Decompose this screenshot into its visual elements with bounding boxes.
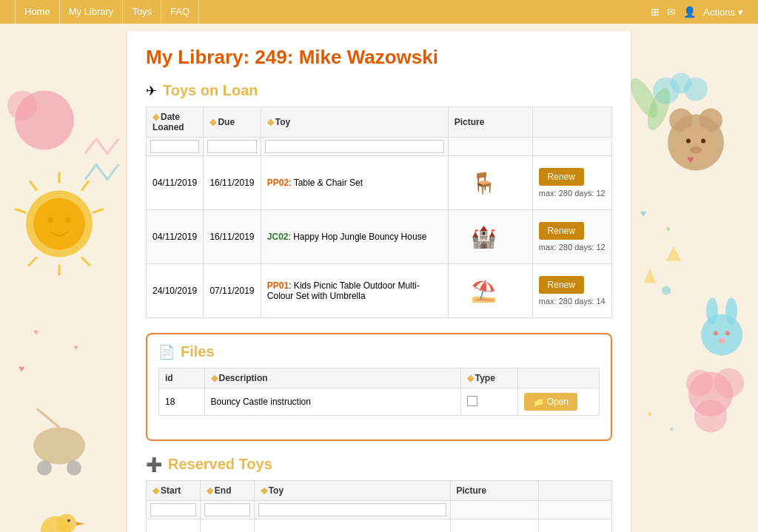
toy-link-2[interactable]: JC02	[267, 232, 289, 242]
navbar: Home My Library Toys FAQ ⊞ ✉ 👤 Actions ▾	[0, 0, 758, 24]
actions-chevron-icon: ▾	[738, 7, 743, 18]
toy-image-3: ⛱️	[448, 264, 532, 318]
files-section: 📄 Files id ◆Description ◆Type	[146, 333, 612, 441]
files-table: id ◆Description ◆Type 18 Bounc	[158, 368, 600, 416]
due-3: 07/11/2019	[204, 264, 261, 318]
nav-faq[interactable]: FAQ	[161, 0, 199, 24]
actions-button[interactable]: Actions ▾	[703, 7, 743, 18]
reserved-toy-1: PP01: Bestway splash zone mega water par…	[254, 519, 450, 533]
toy-2: JC02: Happy Hop Jungle Bouncy House	[261, 210, 448, 264]
date-loaned-3: 24/10/2019	[147, 264, 204, 318]
renew-cell-2: Renew max: 280 days: 12	[532, 210, 611, 264]
reserved-end-1: 21-01-2020	[200, 519, 254, 533]
renew-button-3[interactable]: Renew	[539, 276, 584, 294]
col-header-picture: Picture	[448, 107, 532, 138]
toys-on-loan-section-header: ✈ Toys on Loan	[146, 82, 612, 99]
actions-label: Actions	[703, 7, 735, 18]
date-loaned-1: 04/11/2019	[147, 156, 204, 210]
filter-toy[interactable]	[265, 140, 444, 153]
file-type-1	[460, 388, 517, 416]
col-header-picture-reserved: Picture	[450, 481, 538, 501]
files-section-header: 📄 Files	[158, 343, 600, 360]
reserved-toys-icon: ➕	[146, 457, 162, 473]
main-wrapper: My Library: 249: Mike Wazowski ✈ Toys on…	[0, 24, 758, 532]
max-days-1: max: 280 days: 12	[539, 189, 606, 198]
file-open-cell-1: 📁 Open	[517, 388, 599, 416]
toy-3: PP01: Kids Picnic Table Outdoor Multi-Co…	[261, 264, 448, 318]
toy-image-2: 🏰	[448, 210, 532, 264]
col-header-due[interactable]: ◆Due	[204, 107, 261, 138]
files-icon: 📄	[158, 344, 175, 360]
user-icon: 👤	[683, 6, 696, 18]
reserved-toys-table: ◆Start ◆End ◆Toy Picture	[146, 480, 612, 532]
table-row: 04/11/2019 16/11/2019 PP02: Table & Chai…	[147, 156, 612, 210]
col-header-description[interactable]: ◆Description	[204, 368, 460, 388]
col-header-id[interactable]: id	[159, 368, 205, 388]
toy-1: PP02: Table & Chair Set	[261, 156, 448, 210]
page-title: My Library: 249: Mike Wazowski	[146, 46, 612, 69]
col-header-toy[interactable]: ◆Toy	[261, 107, 448, 138]
filter-toy-reserved[interactable]	[258, 503, 446, 516]
date-loaned-2: 04/11/2019	[147, 210, 204, 264]
max-days-3: max: 280 days: 14	[539, 297, 606, 306]
toy-link-3[interactable]: PP01	[267, 280, 289, 291]
table-row: 24/10/2019 07/11/2019 PP01: Kids Picnic …	[147, 264, 612, 318]
table-row: 07-01-2020 21-01-2020 PP01: Bestway spla…	[147, 519, 612, 533]
col-header-start[interactable]: ◆Start	[147, 481, 201, 501]
reserved-toys-section: ➕ Reserved Toys ◆Start ◆End ◆Toy	[146, 456, 612, 532]
filter-due[interactable]	[207, 140, 256, 153]
col-header-end[interactable]: ◆End	[200, 481, 254, 501]
nav-home[interactable]: Home	[15, 0, 60, 24]
toy-link-1[interactable]: PP02	[267, 178, 289, 188]
nav-right: ⊞ ✉ 👤 Actions ▾	[651, 6, 743, 18]
toy-image-1: 🪑	[448, 156, 532, 210]
file-description-1: Bouncy Castle instruction	[204, 388, 460, 416]
folder-icon: 📁	[533, 397, 544, 407]
max-days-2: max: 280 days: 12	[539, 243, 606, 252]
content-panel: My Library: 249: Mike Wazowski ✈ Toys on…	[127, 31, 631, 532]
open-button-1[interactable]: 📁 Open	[524, 393, 577, 411]
reserved-start-1: 07-01-2020	[147, 519, 201, 533]
filter-date-loaned[interactable]	[150, 140, 199, 153]
col-header-type[interactable]: ◆Type	[460, 368, 517, 388]
due-2: 16/11/2019	[204, 210, 261, 264]
reserved-toy-image-1: 💦	[450, 519, 538, 533]
col-header-date-loaned[interactable]: ◆Date Loaned	[147, 107, 204, 138]
col-header-open	[517, 368, 599, 388]
table-row: 18 Bouncy Castle instruction 📁 Open	[159, 388, 600, 416]
col-header-delete	[538, 481, 611, 501]
renew-cell-3: Renew max: 280 days: 14	[532, 264, 611, 318]
renew-button-1[interactable]: Renew	[539, 168, 584, 186]
nav-my-library[interactable]: My Library	[60, 0, 124, 24]
renew-button-2[interactable]: Renew	[539, 222, 584, 240]
reserved-toys-title: Reserved Toys	[168, 456, 272, 473]
file-type-checkbox-1[interactable]	[467, 396, 477, 406]
files-title: Files	[181, 343, 215, 360]
table-row: 04/11/2019 16/11/2019 JC02: Happy Hop Ju…	[147, 210, 612, 264]
filter-end[interactable]	[204, 503, 250, 516]
email-icon[interactable]: ✉	[667, 6, 676, 18]
filter-start[interactable]	[150, 503, 196, 516]
nav-links: Home My Library Toys FAQ	[15, 0, 199, 24]
nav-toys[interactable]: Toys	[123, 0, 161, 24]
toys-on-loan-title: Toys on Loan	[163, 82, 258, 99]
reserved-toys-section-header: ➕ Reserved Toys	[146, 456, 612, 473]
renew-cell-1: Renew max: 280 days: 12	[532, 156, 611, 210]
toys-on-loan-table: ◆Date Loaned ◆Due ◆Toy Picture	[146, 107, 612, 318]
col-header-renew	[532, 107, 611, 138]
delete-cell-1: 🗑 Delete	[538, 519, 611, 533]
facebook-icon[interactable]: ⊞	[651, 6, 660, 18]
due-1: 16/11/2019	[204, 156, 261, 210]
col-header-toy-reserved[interactable]: ◆Toy	[254, 481, 450, 501]
file-id-1: 18	[159, 388, 205, 416]
toys-on-loan-icon: ✈	[146, 83, 157, 99]
